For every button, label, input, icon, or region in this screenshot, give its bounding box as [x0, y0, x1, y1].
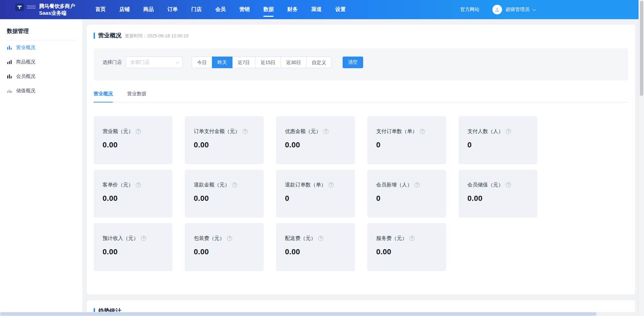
- range-today-button[interactable]: 今日: [192, 57, 212, 68]
- nav-item-finance[interactable]: 财务: [281, 0, 305, 19]
- stat-card-new-members: 会员新增（人） 0: [367, 170, 446, 218]
- sidebar-item-label: 商品概况: [16, 59, 35, 65]
- stat-value: 0: [376, 194, 437, 203]
- question-icon[interactable]: [329, 182, 334, 187]
- nav-item-member[interactable]: 会员: [208, 0, 232, 19]
- nav-item-marketing[interactable]: 营销: [232, 0, 257, 19]
- stat-label-text: 支付订单数（单）: [376, 128, 417, 135]
- question-icon[interactable]: [323, 129, 329, 134]
- person-icon: [494, 7, 500, 12]
- nav-item-settings[interactable]: 设置: [329, 0, 353, 19]
- chevron-down-icon[interactable]: [533, 8, 536, 11]
- range-custom-button[interactable]: 自定义: [306, 57, 332, 68]
- nav-item-store[interactable]: 门店: [184, 0, 208, 19]
- sidebar-item-label: 储值概况: [16, 88, 35, 94]
- logo-icon: [15, 3, 24, 11]
- sidebar-item-member-overview[interactable]: 会员概况: [0, 69, 82, 84]
- store-select[interactable]: 全部门店: [126, 57, 183, 68]
- vertical-scrollbar-thumb[interactable]: [640, 1, 643, 96]
- stat-label-text: 客单价（元）: [103, 182, 133, 188]
- question-icon[interactable]: [506, 129, 511, 134]
- user-menu[interactable]: 超级管理员: [505, 7, 529, 13]
- sidebar: 数据管理 营业概况 商品概况 会员概况: [0, 19, 82, 316]
- question-icon[interactable]: [506, 182, 511, 187]
- stat-value: 0.00: [103, 194, 164, 203]
- nav-menu: 首页 店铺 商品 订单 门店 会员 营销 数据 财务 渠道 设置: [88, 0, 353, 19]
- range-7d-button[interactable]: 近7日: [232, 57, 255, 68]
- stat-label: 营业额（元）: [103, 128, 164, 135]
- range-yesterday-button[interactable]: 昨天: [212, 57, 232, 68]
- update-time-value: 2025-06-18 12:00:10: [147, 33, 189, 38]
- chevron-down-icon: [176, 60, 179, 64]
- stat-card-revenue: 营业额（元） 0.00: [94, 116, 172, 164]
- stat-card-avg-order-value: 客单价（元） 0.00: [94, 170, 172, 218]
- stat-label-text: 会员储值（元）: [467, 182, 503, 188]
- stat-label-text: 配送费（元）: [285, 235, 316, 242]
- stat-card-order-paid-amount: 订单支付金额（元） 0.00: [185, 116, 264, 164]
- avatar[interactable]: [492, 5, 502, 14]
- tab-business-overview[interactable]: 营业概况: [94, 91, 113, 102]
- stat-label: 支付人数（人）: [467, 128, 528, 135]
- question-icon[interactable]: [420, 129, 425, 134]
- stat-label: 包装费（元）: [194, 235, 255, 242]
- stat-card-discount-amount: 优惠金额（元） 0.00: [276, 116, 355, 164]
- range-30d-button[interactable]: 近30日: [281, 57, 307, 68]
- question-icon[interactable]: [136, 182, 141, 187]
- official-site-link[interactable]: 官方网站: [460, 7, 479, 13]
- stat-value: 0: [467, 141, 528, 149]
- stat-value: 0.00: [194, 141, 255, 149]
- stat-label: 支付订单数（单）: [376, 128, 437, 135]
- sidebar-item-stored-value-overview[interactable]: 储值概况: [0, 84, 82, 98]
- nav-item-data[interactable]: 数据: [257, 0, 281, 19]
- stat-card-refund-orders: 退款订单数（单） 0: [276, 170, 355, 218]
- overview-tabs: 营业概况 营业数据: [94, 91, 628, 102]
- question-icon[interactable]: [409, 236, 415, 241]
- tab-business-data[interactable]: 营业数据: [127, 91, 146, 102]
- question-icon[interactable]: [141, 236, 146, 241]
- logo: 腾马餐饮多商户Saas业务端: [0, 3, 87, 16]
- stat-card-service-fee: 服务费（元） 0.00: [367, 223, 446, 271]
- stat-card-estimated-income: 预计收入（元） 0.00: [94, 223, 172, 271]
- question-icon[interactable]: [136, 129, 141, 134]
- store-select-placeholder: 全部门店: [130, 59, 150, 65]
- horizontal-scrollbar-thumb[interactable]: [0, 312, 597, 316]
- top-nav: 腾马餐饮多商户Saas业务端 首页 店铺 商品 订单 门店 会员 营销 数据 财…: [0, 0, 639, 19]
- sidebar-item-goods-overview[interactable]: 商品概况: [0, 55, 82, 69]
- sidebar-item-business-overview[interactable]: 营业概况: [0, 40, 82, 55]
- question-icon[interactable]: [318, 236, 323, 241]
- nav-item-home[interactable]: 首页: [88, 0, 112, 19]
- range-15d-button[interactable]: 近15日: [255, 57, 281, 68]
- stat-card-packaging-fee: 包装费（元） 0.00: [185, 223, 264, 271]
- stat-label-text: 预计收入（元）: [103, 235, 139, 242]
- filter-bar: 选择门店 全部门店 今日 昨天 近7日 近15日 近30日 自定义 清空: [94, 48, 628, 81]
- page-title: 营业概况: [98, 32, 121, 39]
- question-icon[interactable]: [415, 182, 420, 187]
- stat-card-member-stored-value: 会员储值（元） 0.00: [458, 170, 537, 218]
- stat-label: 配送费（元）: [285, 235, 346, 242]
- stat-label-text: 退款订单数（单）: [285, 182, 326, 188]
- bar-chart-icon: [7, 45, 12, 50]
- stat-value: 0.00: [194, 247, 255, 256]
- stat-label: 预计收入（元）: [103, 235, 164, 242]
- nav-item-shop[interactable]: 店铺: [112, 0, 136, 19]
- stat-label: 客单价（元）: [103, 182, 164, 188]
- horizontal-scrollbar: [0, 312, 639, 316]
- stat-label: 会员储值（元）: [467, 182, 528, 188]
- stat-value: 0.00: [103, 247, 164, 256]
- bar-chart-icon: [7, 74, 12, 79]
- nav-item-order[interactable]: 订单: [160, 0, 184, 19]
- stat-value: 0.00: [285, 141, 346, 149]
- clear-button[interactable]: 清空: [343, 57, 363, 68]
- question-icon[interactable]: [242, 129, 248, 134]
- nav-item-goods[interactable]: 商品: [136, 0, 160, 19]
- business-overview-panel: 营业概况 更新时间：2025-06-18 12:00:10 选择门店 全部门店 …: [87, 25, 635, 294]
- sidebar-title: 数据管理: [0, 19, 82, 40]
- nav-item-channel[interactable]: 渠道: [305, 0, 329, 19]
- question-icon[interactable]: [227, 236, 232, 241]
- section-title-row: 营业概况 更新时间：2025-06-18 12:00:10: [94, 32, 628, 39]
- stat-card-paid-orders: 支付订单数（单） 0: [367, 116, 446, 164]
- question-icon[interactable]: [232, 182, 237, 187]
- stat-label-text: 退款金额（元）: [194, 182, 230, 188]
- stat-value: 0.00: [376, 247, 437, 256]
- logo-title: 腾马餐饮多商户Saas业务端: [39, 3, 87, 16]
